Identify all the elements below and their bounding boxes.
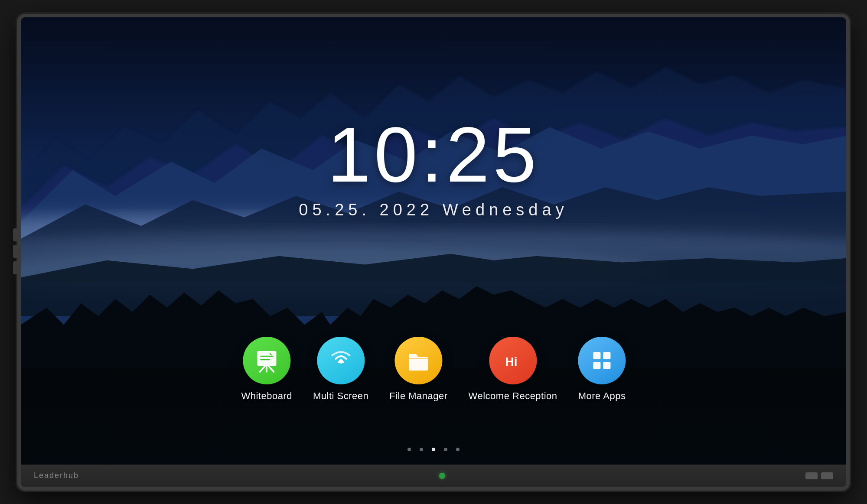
nav-dots — [407, 448, 460, 451]
app-icon-welcome[interactable]: Hi — [489, 337, 537, 384]
bezel-button-2[interactable] — [821, 472, 833, 479]
clock-section: 10:25 05.25. 2022 Wednesday — [299, 116, 568, 219]
brand-logo: Leaderhub — [34, 471, 79, 480]
app-label-welcome: Welcome Reception — [469, 390, 557, 402]
app-label-whiteboard: Whiteboard — [241, 390, 292, 402]
svg-rect-19 — [603, 352, 611, 359]
filemanager-svg-icon — [405, 348, 431, 374]
app-welcome[interactable]: Hi Welcome Reception — [469, 337, 557, 402]
clock-date: 05.25. 2022 Wednesday — [299, 201, 568, 219]
app-label-filemanager: File Manager — [389, 390, 447, 402]
svg-text:Hi: Hi — [505, 355, 517, 368]
app-label-multiscreen: Multi Screen — [313, 390, 368, 402]
clock-time: 10:25 — [299, 116, 568, 194]
app-icon-multiscreen[interactable] — [317, 337, 365, 384]
nav-dot-2[interactable] — [420, 448, 423, 451]
apps-section: Whiteboard Multi Screen — [241, 337, 626, 402]
bezel-controls — [805, 472, 833, 479]
side-button-1[interactable] — [13, 228, 17, 241]
welcome-svg-icon: Hi — [500, 348, 526, 374]
side-buttons — [13, 228, 17, 274]
nav-dot-5[interactable] — [456, 448, 460, 451]
app-whiteboard[interactable]: Whiteboard — [241, 337, 292, 402]
side-button-2[interactable] — [13, 245, 17, 258]
app-icon-whiteboard[interactable] — [243, 337, 290, 384]
bezel-button-1[interactable] — [805, 472, 818, 479]
app-multiscreen[interactable]: Multi Screen — [313, 337, 368, 402]
tv-frame: 10:25 05.25. 2022 Wednesday — [17, 14, 850, 491]
power-indicator — [439, 473, 445, 479]
app-label-moreapps: More Apps — [578, 390, 626, 402]
svg-rect-18 — [593, 352, 601, 359]
nav-dot-1[interactable] — [407, 448, 411, 451]
tv-screen: 10:25 05.25. 2022 Wednesday — [21, 17, 846, 465]
app-icon-moreapps[interactable] — [578, 337, 626, 384]
app-moreapps[interactable]: More Apps — [578, 337, 626, 402]
svg-rect-20 — [593, 362, 601, 369]
svg-rect-12 — [257, 351, 276, 366]
tv-bezel-bottom: Leaderhub — [21, 465, 846, 487]
svg-rect-21 — [603, 362, 611, 369]
app-filemanager[interactable]: File Manager — [389, 337, 447, 402]
multiscreen-svg-icon — [328, 348, 354, 374]
app-icon-filemanager[interactable] — [394, 337, 442, 384]
side-button-3[interactable] — [13, 261, 17, 274]
moreapps-svg-icon — [589, 348, 615, 374]
nav-dot-4[interactable] — [444, 448, 447, 451]
whiteboard-svg-icon — [253, 348, 280, 374]
nav-dot-3[interactable] — [432, 448, 435, 451]
top-overlay — [21, 17, 846, 107]
